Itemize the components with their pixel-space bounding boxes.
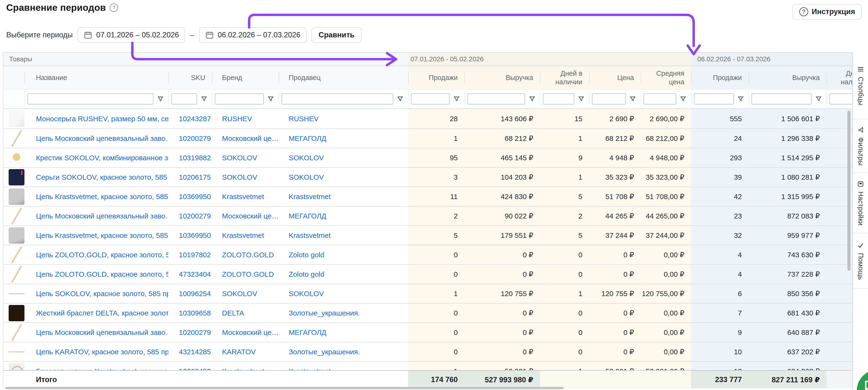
product-seller-link[interactable]: Krastsvetmet [279, 226, 408, 245]
filter-funnel-icon[interactable] [397, 95, 404, 102]
product-image[interactable] [9, 324, 25, 340]
product-sku-link[interactable]: 10369950… [168, 226, 212, 245]
filter-input-p1-days[interactable] [543, 93, 574, 104]
product-seller-link[interactable]: SOKOLOV [279, 168, 408, 187]
product-sku-link[interactable]: 10319882… [168, 148, 212, 167]
product-brand-link[interactable]: ZOLOTO.GOLD [212, 265, 279, 284]
product-seller-link[interactable]: Золотые_украшения. [279, 342, 408, 361]
product-name-link[interactable]: Цепь SOKOLOV, красное золото, 585 про… [25, 284, 168, 303]
product-name-link[interactable]: Цепь ZOLOTO.GOLD, красное золото, 585… [25, 265, 168, 284]
filter-input-p2-sales[interactable] [694, 93, 734, 104]
filter-input-p1-price[interactable] [592, 93, 626, 104]
product-name-link[interactable]: Крестик SOKOLOV, комбинированное зо… [25, 148, 168, 167]
header-p2-days[interactable]: Дней в наличии [827, 66, 852, 89]
product-image[interactable] [9, 266, 25, 283]
header-name[interactable]: Название [25, 66, 168, 89]
product-seller-link[interactable]: Zoloto gold [279, 245, 408, 264]
product-name-link[interactable]: Цепь Московский цепевязальный заво… [25, 323, 168, 342]
product-image[interactable] [9, 208, 25, 224]
header-p2-revenue[interactable]: Выручка [749, 66, 827, 89]
product-sku-link[interactable]: 10206175… [168, 168, 212, 187]
filter-input-p2-days[interactable] [829, 93, 852, 104]
product-seller-link[interactable]: SOKOLOV [279, 148, 408, 167]
filter-funnel-icon[interactable] [815, 95, 822, 102]
product-image[interactable] [9, 286, 25, 302]
tab-help[interactable]: Помощь [853, 233, 868, 289]
header-brand[interactable]: Бренд [212, 66, 279, 89]
tab-columns[interactable]: Столбцы [853, 52, 868, 119]
filter-funnel-icon[interactable] [629, 95, 637, 102]
product-image[interactable] [9, 344, 25, 360]
product-name-link[interactable]: Цепь ZOLOTO.GOLD, красное золото, 585… [25, 245, 168, 264]
product-name-link[interactable]: Цепь KARATOV, красное золото, 585 про… [25, 342, 168, 361]
product-brand-link[interactable]: Krastsvetmet [212, 362, 279, 370]
product-sku-link[interactable]: 10268453… [168, 362, 212, 370]
product-image[interactable] [9, 305, 25, 321]
product-name-link[interactable]: Моносерьга RUSHEV, размер 50 мм, сер… [25, 109, 168, 128]
product-sku-link[interactable]: 10369950… [168, 187, 212, 206]
product-name-link[interactable]: Серьги SOKOLOV, красное золото, 585 п… [25, 168, 168, 187]
product-name-link[interactable]: Браслет-цепочка Krastsvetmet, красное… [25, 362, 168, 370]
product-brand-link[interactable]: SOKOLOV [212, 284, 279, 303]
filter-input-seller[interactable] [281, 93, 393, 104]
filter-input-p2-revenue[interactable] [751, 93, 812, 104]
tab-filters[interactable]: Фильтры [853, 119, 868, 173]
product-brand-link[interactable]: KARATOV [212, 342, 279, 361]
product-brand-link[interactable]: ZOLOTO.GOLD [212, 245, 279, 264]
filter-input-name[interactable] [27, 93, 153, 104]
header-p1-days[interactable]: Дней в наличии [540, 66, 589, 89]
product-seller-link[interactable]: МЕГАГОЛД [279, 129, 408, 148]
period1-date-picker[interactable]: 07.01.2026 – 05.02.2026 [78, 27, 185, 43]
product-sku-link[interactable]: 10200279… [168, 129, 212, 148]
header-p1-revenue[interactable]: Выручка [464, 66, 540, 89]
product-name-link[interactable]: Цепь Московский цепевязальный заво… [25, 129, 168, 148]
header-p1-price[interactable]: Цена [589, 66, 641, 89]
product-image[interactable] [9, 169, 25, 186]
product-name-link[interactable]: Жесткий браслет DELTA, красное золото… [25, 303, 168, 322]
product-sku-link[interactable]: 10200279… [168, 323, 212, 342]
filter-funnel-icon[interactable] [267, 95, 274, 102]
product-brand-link[interactable]: SOKOLOV [212, 148, 279, 167]
product-name-link[interactable]: Цепь Московский цепевязальный заво… [25, 206, 168, 225]
instruction-button[interactable]: ? Инструкция [793, 4, 862, 20]
title-help-icon[interactable]: ? [110, 3, 118, 12]
product-brand-link[interactable]: RUSHEV [212, 109, 279, 128]
product-seller-link[interactable]: Zoloto gold [279, 265, 408, 284]
header-seller[interactable]: Продавец [279, 66, 408, 89]
filter-funnel-icon[interactable] [578, 95, 585, 102]
product-sku-link[interactable]: 10309658… [168, 303, 212, 322]
product-seller-link[interactable]: Krastsvetmet [279, 187, 408, 206]
filter-funnel-icon[interactable] [737, 95, 744, 102]
filter-input-p1-revenue[interactable] [467, 93, 525, 104]
header-sku[interactable]: SKU [168, 66, 212, 89]
product-seller-link[interactable]: Krastsvetmet [279, 362, 408, 370]
product-brand-link[interactable]: Московский це… [212, 323, 279, 342]
horizontal-scrollbar[interactable] [5, 387, 564, 389]
product-seller-link[interactable]: RUSHEV [279, 109, 408, 128]
product-image[interactable] [9, 227, 25, 243]
header-p1-avg-price[interactable]: Средняя цена [641, 66, 691, 89]
product-brand-link[interactable]: SOKOLOV [212, 168, 279, 187]
product-image[interactable] [9, 189, 25, 205]
filter-funnel-icon[interactable] [528, 95, 536, 102]
compare-button[interactable]: Сравнить [311, 27, 362, 43]
filter-funnel-icon[interactable] [453, 95, 460, 102]
filter-input-p1-sales[interactable] [411, 93, 450, 104]
product-sku-link[interactable]: 10096254… [168, 284, 212, 303]
product-brand-link[interactable]: Московский це… [212, 206, 279, 225]
product-sku-link[interactable]: 10197802… [168, 245, 212, 264]
product-image[interactable] [9, 111, 25, 127]
product-seller-link[interactable]: МЕГАГОЛД [279, 323, 408, 342]
product-brand-link[interactable]: DELTA [212, 303, 279, 322]
vertical-scrollbar[interactable] [847, 111, 850, 271]
filter-input-sku[interactable] [171, 93, 197, 104]
product-image[interactable] [9, 247, 25, 263]
product-name-link[interactable]: Цепь Krastsvetmet, красное золото, 585 … [25, 226, 168, 245]
period2-date-picker[interactable]: 06.02.2026 – 07.03.2026 [199, 27, 307, 43]
product-sku-link[interactable]: 47323404… [168, 265, 212, 284]
product-image[interactable] [9, 130, 25, 147]
filter-input-brand[interactable] [215, 93, 264, 104]
product-sku-link[interactable]: 43214285… [168, 342, 212, 361]
product-brand-link[interactable]: Krastsvetmet [212, 187, 279, 206]
product-seller-link[interactable]: SOKOLOV [279, 284, 408, 303]
